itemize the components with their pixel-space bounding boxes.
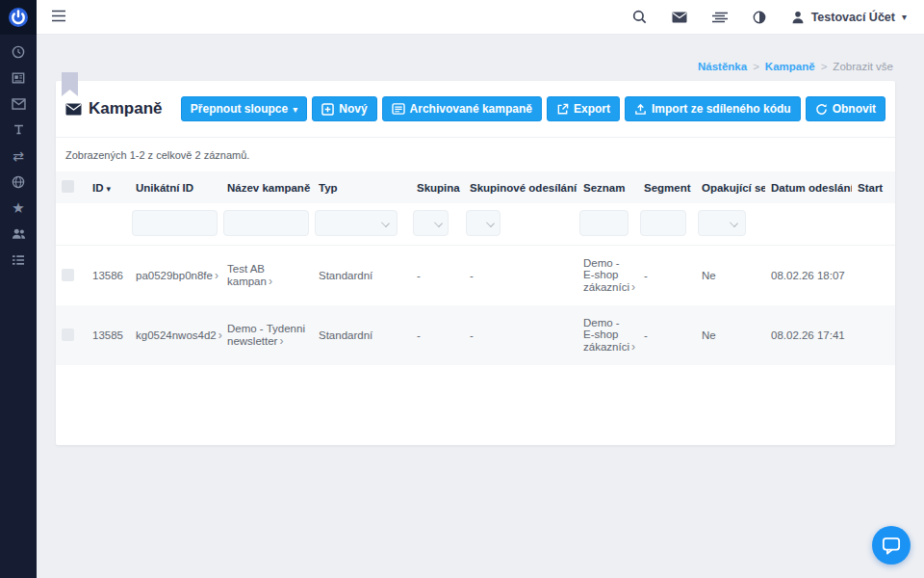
campaign-row[interactable]: 13585 kg0524nwos4d2› Demo - Tydenni news…: [56, 305, 895, 365]
select-all-checkbox[interactable]: [62, 180, 74, 193]
archived-campaigns-label: Archivované kampaně: [410, 102, 532, 116]
cell-group-sending: -: [464, 305, 578, 365]
filter-group-select[interactable]: [413, 210, 449, 236]
column-header-start[interactable]: Start: [852, 171, 895, 203]
filter-segment-input[interactable]: [640, 210, 686, 236]
refresh-icon: [815, 103, 828, 116]
column-header-unique-id[interactable]: Unikátní ID: [130, 171, 221, 203]
import-shared-code-button[interactable]: Import ze sdíleného kódu: [625, 96, 801, 121]
sidebar-item-campaigns[interactable]: [0, 91, 37, 117]
chevron-right-icon: ›: [218, 328, 222, 342]
campaign-name-link[interactable]: Demo - Tydenni newsletter: [227, 323, 305, 347]
chevron-right-icon: ›: [215, 269, 218, 282]
sort-desc-icon: ▾: [107, 184, 112, 194]
page-title-text: Kampaně: [89, 99, 163, 118]
newspaper-icon: [12, 71, 25, 85]
filter-unique-id-input[interactable]: [132, 210, 218, 236]
filter-list-input[interactable]: [579, 210, 629, 236]
list-lines-icon: [712, 12, 728, 23]
chevron-right-icon: ›: [279, 334, 283, 348]
plus-square-icon: [321, 103, 334, 116]
account-label: Testovací Účet: [811, 11, 895, 24]
activity-log-button[interactable]: [712, 12, 728, 23]
new-campaign-label: Nový: [339, 102, 367, 116]
row-checkbox[interactable]: [62, 328, 74, 341]
filter-recurring-select[interactable]: [698, 210, 746, 236]
cell-recurring: Ne: [696, 305, 765, 365]
hamburger-icon: [51, 10, 66, 22]
contrast-toggle-button[interactable]: [753, 11, 766, 24]
cell-type: Standardní: [313, 246, 411, 306]
cell-segment: -: [638, 246, 696, 306]
list-link[interactable]: Demo - E-shop zákazníci: [583, 257, 629, 293]
new-campaign-button[interactable]: Nový: [312, 96, 376, 121]
cell-group-sending: -: [464, 246, 578, 306]
toggle-columns-label: Přepnout sloupce: [191, 102, 288, 116]
breadcrumb-campaigns[interactable]: Kampaně: [765, 61, 815, 72]
star-icon: ★: [12, 200, 24, 215]
column-header-list[interactable]: Seznam: [578, 171, 638, 203]
search-button[interactable]: [632, 10, 647, 24]
cell-group: -: [411, 305, 464, 365]
toggle-columns-button[interactable]: Přepnout sloupce ▾: [181, 96, 307, 121]
sidebar-item-web[interactable]: [0, 169, 37, 195]
refresh-button[interactable]: Obnovit: [806, 96, 886, 121]
topbar-actions: Testovací Účet ▾: [632, 10, 924, 24]
archived-campaigns-button[interactable]: Archivované kampaně: [382, 96, 542, 121]
chat-button[interactable]: [872, 526, 911, 565]
breadcrumb-separator: >: [753, 61, 759, 72]
column-header-name[interactable]: Název kampaně: [221, 171, 313, 203]
topbar: Testovací Účet ▾: [37, 0, 924, 35]
sidebar-item-contacts[interactable]: [0, 221, 37, 247]
chevron-right-icon: ›: [631, 340, 635, 354]
export-icon: [556, 103, 569, 116]
globe-icon: [12, 175, 25, 189]
cell-sent-date: 08.02.26 17:41: [765, 305, 852, 365]
chevron-down-icon: [486, 219, 495, 227]
list-link[interactable]: Demo - E-shop zákazníci: [583, 317, 629, 353]
campaign-row[interactable]: 13586 pa0529bp0n8fe› Test AB kampan› Sta…: [56, 246, 895, 306]
messages-button[interactable]: [672, 12, 687, 23]
sidebar-item-favorites[interactable]: ★: [0, 195, 37, 221]
column-header-group-sending[interactable]: Skupinové odesílání: [464, 171, 578, 203]
table-header-row: ID▾ Unikátní ID Název kampaně Typ Skupin…: [56, 171, 895, 203]
sidebar-item-dashboard[interactable]: [0, 39, 37, 65]
envelope-icon: [12, 98, 26, 110]
sidebar-item-automation[interactable]: ⇄: [0, 143, 37, 169]
sidebar-item-lists[interactable]: [0, 247, 37, 273]
column-header-group[interactable]: Skupina: [411, 171, 464, 203]
column-header-id[interactable]: ID▾: [87, 171, 130, 203]
envelope-icon: [672, 12, 687, 23]
export-label: Export: [574, 102, 610, 116]
export-button[interactable]: Export: [547, 96, 620, 121]
cell-recurring: Ne: [696, 246, 765, 306]
filter-group-sending-select[interactable]: [466, 210, 500, 236]
breadcrumb-dashboard[interactable]: Nástěnka: [698, 61, 747, 72]
campaigns-card: Kampaně Přepnout sloupce ▾ Nový: [56, 81, 895, 445]
row-checkbox[interactable]: [62, 269, 74, 281]
filter-name-input[interactable]: [223, 210, 309, 236]
chevron-down-icon: [434, 219, 443, 227]
refresh-label: Obnovit: [833, 102, 876, 116]
column-header-sent-date[interactable]: Datum odeslání: [765, 171, 852, 203]
archive-icon: [392, 103, 405, 115]
unique-id-link[interactable]: kg0524nwos4d2: [136, 329, 217, 341]
app-logo[interactable]: [0, 0, 37, 35]
chevron-right-icon: ›: [269, 275, 272, 288]
column-header-segment[interactable]: Segment: [638, 171, 696, 203]
summary-bar: Zobrazených 1-2 z celkově 2 záznamů.: [56, 137, 895, 171]
breadcrumb-current: Zobrazit vše: [833, 61, 893, 72]
chat-bubble-icon: [882, 537, 901, 555]
column-header-type[interactable]: Typ: [313, 171, 411, 203]
account-menu[interactable]: Testovací Účet ▾: [791, 11, 907, 24]
unique-id-link[interactable]: pa0529bp0n8fe: [136, 270, 213, 281]
app-root: ⇄ ★: [0, 0, 924, 578]
menu-toggle-button[interactable]: [51, 9, 66, 26]
column-header-recurring[interactable]: Opakující se: [696, 171, 765, 203]
page-title: Kampaně: [65, 99, 163, 118]
filter-type-select[interactable]: [315, 210, 398, 236]
campaign-name-link[interactable]: Test AB kampan: [227, 263, 267, 287]
cell-group: -: [411, 246, 464, 306]
sidebar-item-templates[interactable]: [0, 117, 37, 143]
sidebar-item-pages[interactable]: [0, 65, 37, 91]
